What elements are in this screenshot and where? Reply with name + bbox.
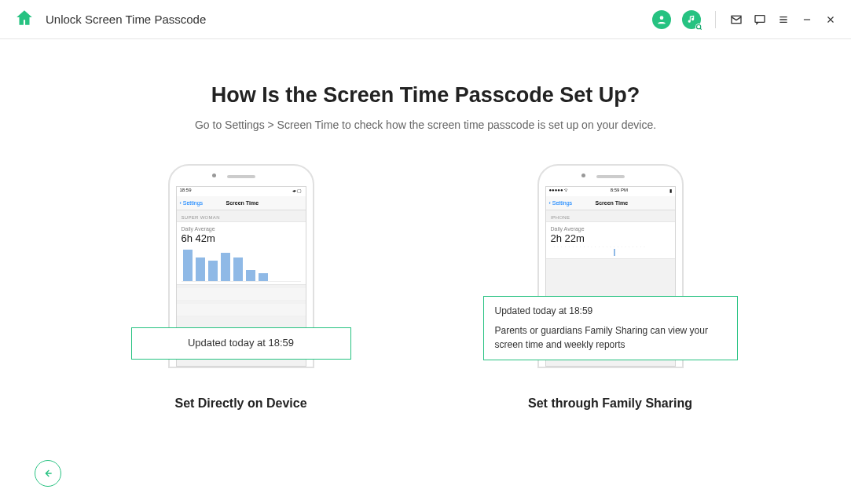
music-transfer-icon[interactable]: [682, 10, 701, 29]
callout-line1: Updated today at 18:59: [495, 305, 726, 318]
option-title: Set Directly on Device: [174, 396, 306, 411]
status-indicators: ◂▪ ▢: [292, 188, 303, 195]
daily-avg-label: Daily Average: [182, 226, 301, 232]
main-content: How Is the Screen Time Passcode Set Up? …: [0, 39, 851, 411]
option-title: Set through Family Sharing: [528, 396, 692, 411]
separator: [715, 11, 716, 28]
callout-badge: Updated today at 18:59: [131, 327, 351, 360]
daily-avg-label: Daily Average: [551, 226, 670, 232]
status-battery: ▮: [669, 188, 672, 195]
close-button[interactable]: [824, 13, 837, 26]
back-link: ‹ Settings: [549, 200, 573, 206]
back-button[interactable]: [35, 460, 61, 487]
status-time: 8:59 PM: [611, 188, 628, 195]
feedback-icon[interactable]: [754, 13, 766, 26]
page-heading: How Is the Screen Time Passcode Set Up?: [0, 83, 851, 108]
titlebar: Unlock Screen Time Passcode: [0, 0, 851, 39]
page-subheading: Go to Settings > Screen Time to check ho…: [0, 119, 851, 131]
option-row: 18:59◂▪ ▢ ‹ SettingsScreen Time SUPER WO…: [0, 164, 851, 411]
section-label: SUPER WOMAN: [177, 210, 306, 221]
nav-title: Screen Time: [203, 200, 281, 206]
svg-rect-3: [755, 15, 765, 22]
svg-point-0: [660, 16, 664, 20]
status-time: 18:59: [180, 188, 192, 195]
status-left: ●●●●● ᯤ: [549, 188, 570, 195]
nav-title: Screen Time: [572, 200, 651, 206]
usage-chart: [182, 249, 301, 282]
menu-icon[interactable]: [777, 13, 790, 26]
mail-icon[interactable]: [730, 13, 743, 26]
svg-point-1: [697, 24, 701, 28]
account-icon[interactable]: [652, 10, 671, 29]
callout-badge: Updated today at 18:59 Parents or guardi…: [483, 296, 738, 360]
daily-avg-value: 2h 22m: [551, 232, 670, 244]
callout-line2: Parents or guardians Family Sharing can …: [495, 324, 726, 352]
option-set-on-device[interactable]: 18:59◂▪ ▢ ‹ SettingsScreen Time SUPER WO…: [139, 164, 343, 411]
section-label: IPHONE: [546, 210, 675, 221]
home-icon[interactable]: [14, 8, 35, 31]
minimize-button[interactable]: [801, 13, 813, 26]
back-link: ‹ Settings: [180, 200, 204, 206]
app-title: Unlock Screen Time Passcode: [46, 13, 206, 26]
option-family-sharing[interactable]: ●●●●● ᯤ8:59 PM▮ ‹ SettingsScreen Time IP…: [508, 164, 713, 411]
mini-chart: · · · · · · · · · · · · · · · · · · · · …: [551, 244, 670, 249]
titlebar-actions: [652, 10, 837, 29]
daily-avg-value: 6h 42m: [182, 232, 301, 244]
